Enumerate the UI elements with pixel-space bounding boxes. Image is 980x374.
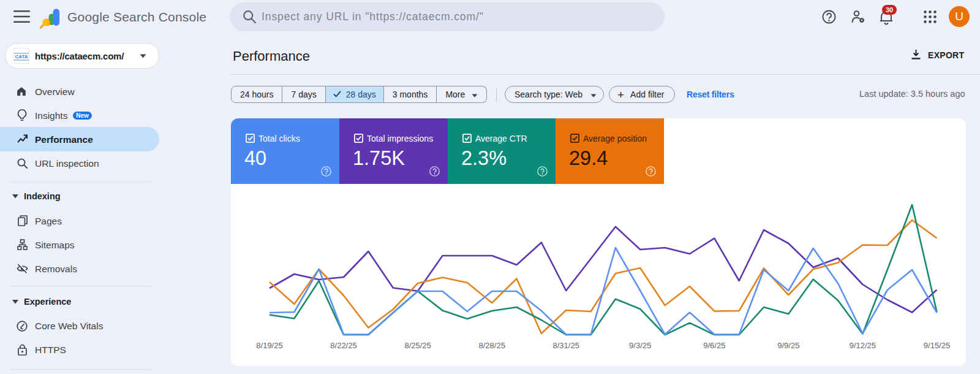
svg-text:9/6/25: 9/6/25 (703, 341, 725, 350)
svg-text:9/9/25: 9/9/25 (777, 341, 799, 350)
svg-text:8/25/25: 8/25/25 (404, 341, 431, 350)
svg-text:8/22/25: 8/22/25 (330, 341, 356, 350)
svg-text:9/15/25: 9/15/25 (924, 341, 950, 350)
svg-text:8/28/25: 8/28/25 (479, 341, 505, 350)
svg-text:8/19/25: 8/19/25 (256, 341, 282, 350)
svg-text:8/31/25: 8/31/25 (553, 341, 579, 350)
svg-text:9/12/25: 9/12/25 (850, 341, 876, 350)
svg-text:9/3/25: 9/3/25 (629, 341, 651, 350)
